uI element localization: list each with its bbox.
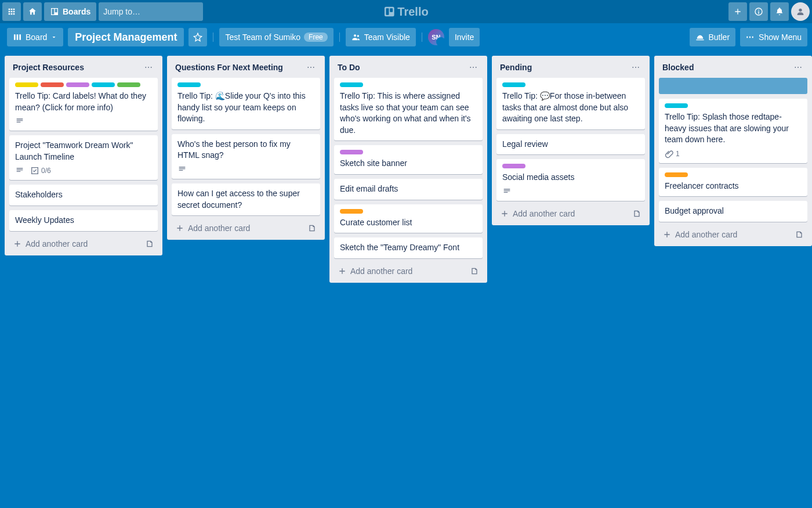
add-card-button[interactable]: Add another card [338,266,412,276]
star-button[interactable] [188,28,207,46]
add-card-button[interactable]: Add another card [13,239,88,248]
label-orange[interactable] [665,172,688,177]
list: Project Resources⋯Trello Tip: Card label… [5,56,162,255]
board-header: Board Project Management Test Team of Su… [0,23,812,51]
list-menu-button[interactable]: ⋯ [304,62,318,73]
board-canvas: Project Resources⋯Trello Tip: Card label… [0,51,812,508]
board-view-icon [13,33,22,42]
create-button[interactable] [728,2,747,21]
show-menu-button[interactable]: ⋯ Show Menu [740,28,807,46]
card[interactable]: Trello Tip: 🌊Slide your Q's into this ha… [172,78,320,129]
app-logo[interactable]: Trello [383,5,428,19]
user-icon [796,7,805,16]
card[interactable]: Who's the best person to fix my HTML sna… [172,134,320,179]
card-text: Curate customer list [340,217,477,229]
description-icon [15,166,24,175]
list-title[interactable]: To Do [338,63,360,72]
boards-button[interactable]: Boards [44,2,96,21]
search-input[interactable] [103,7,205,16]
card[interactable]: Weekly Updates [9,210,158,231]
team-button[interactable]: Test Team of Sumiko Free [219,28,333,46]
card[interactable]: Trello Tip: This is where assigned tasks… [334,78,483,140]
visibility-label: Team Visible [364,33,410,42]
card[interactable]: Budget approval [659,201,807,222]
add-card-row: Add another card [496,203,645,224]
card-text: Budget approval [665,206,802,217]
card[interactable]: Freelancer contracts [659,168,807,197]
card-badges [177,165,314,174]
view-switch[interactable]: Board [7,28,63,46]
home-button[interactable] [23,2,42,21]
card-badges: 1 [665,149,802,158]
add-card-label: Add another card [513,209,575,218]
card[interactable]: Trello Tip: Splash those redtape-heavy i… [659,99,807,163]
label-purple[interactable] [66,82,89,87]
card[interactable]: Trello Tip: Card labels! What do they me… [9,78,158,131]
label-sky[interactable] [340,82,363,87]
card[interactable]: Trello Tip: 💬For those in-between tasks … [496,78,645,129]
add-card-row: Add another card [172,218,320,239]
separator [422,33,422,42]
board-name[interactable]: Project Management [68,28,184,46]
label-sky[interactable] [502,82,525,87]
ellipsis-icon: ⋯ [746,33,755,42]
trello-icon [383,6,395,17]
label-sky[interactable] [177,82,201,87]
card-text: Edit email drafts [340,183,477,195]
card[interactable] [659,78,807,94]
card[interactable]: Edit email drafts [334,179,483,200]
list-title[interactable]: Pending [500,63,532,72]
card[interactable]: Stakeholders [9,185,158,206]
visibility-button[interactable]: Team Visible [346,28,416,46]
add-card-button[interactable]: Add another card [175,224,250,233]
label-purple[interactable] [502,164,525,168]
list-title[interactable]: Questions For Next Meeting [175,63,283,72]
card[interactable]: Sketch the "Teamy Dreamy" Font [334,237,483,258]
member-avatar[interactable]: SN [428,29,444,45]
card[interactable]: How can I get access to the super secret… [172,183,320,215]
apps-button[interactable] [2,2,21,21]
label-sky[interactable] [92,82,115,87]
butler-button[interactable]: Butler [690,28,735,46]
notifications-button[interactable] [770,2,789,21]
list-menu-button[interactable]: ⋯ [467,62,480,73]
card[interactable]: Social media assets [496,159,645,201]
list-menu-button[interactable]: ⋯ [792,62,805,73]
add-card-button[interactable]: Add another card [662,230,737,239]
svg-rect-1 [386,8,389,15]
user-avatar[interactable] [791,2,810,21]
card-text: Sketch site banner [340,158,477,170]
board-icon [50,7,59,16]
label-orange[interactable] [340,209,363,214]
search-box[interactable] [99,2,203,21]
list-title[interactable]: Blocked [662,63,694,72]
list-title[interactable]: Project Resources [13,63,84,72]
label-red[interactable] [41,82,64,87]
team-name: Test Team of Sumiko [225,33,300,42]
invite-button[interactable]: Invite [449,28,480,46]
card[interactable]: Project "Teamwork Dream Work" Launch Tim… [9,135,158,180]
label-yellow[interactable] [15,82,38,87]
card-template-icon[interactable] [470,266,479,276]
card[interactable]: Legal review [496,134,645,155]
card-template-icon[interactable] [307,224,317,233]
list-menu-button[interactable]: ⋯ [142,62,155,73]
card-template-icon[interactable] [795,230,804,239]
card-template-icon[interactable] [632,209,641,218]
card[interactable]: Curate customer list [334,204,483,233]
plus-icon [13,239,22,248]
list: Questions For Next Meeting⋯Trello Tip: 🌊… [167,56,325,240]
info-button[interactable] [749,2,768,21]
card[interactable]: Sketch site banner [334,145,483,174]
label-purple[interactable] [340,150,363,154]
label-green[interactable] [117,82,140,87]
add-card-row: Add another card [9,233,158,254]
add-card-button[interactable]: Add another card [500,209,575,218]
card-template-icon[interactable] [145,239,154,248]
plus-icon [338,266,347,276]
star-icon [193,33,202,42]
card-labels [665,172,802,177]
list-menu-button[interactable]: ⋯ [629,62,643,73]
card-text: Trello Tip: 🌊Slide your Q's into this ha… [177,91,314,125]
label-sky[interactable] [665,103,688,108]
